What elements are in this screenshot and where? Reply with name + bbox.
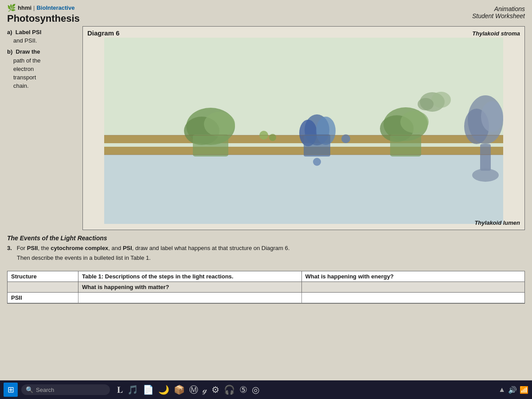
taskbar-right-icon-1: ▲ xyxy=(498,386,505,394)
events-title: The Events of the Light Reactions xyxy=(7,235,525,242)
diagram-svg xyxy=(83,38,524,224)
brand-name: BioInteractive xyxy=(36,4,74,11)
table-title: Table 1: Descriptions of the steps in th… xyxy=(78,271,302,282)
table-col3-header: What is happening with energy? xyxy=(302,271,525,282)
instruction-number: 3. xyxy=(7,245,12,251)
question-b-line5: chain. xyxy=(13,82,29,89)
table-title-row: Structure Table 1: Descriptions of the s… xyxy=(8,271,524,282)
start-button[interactable]: ⊞ xyxy=(4,383,18,397)
left-sidebar: a) Label PSI and PSII. b) Draw the path … xyxy=(7,26,78,230)
table-container: Structure Table 1: Descriptions of the s… xyxy=(7,271,525,304)
taskbar-app-icon-6[interactable]: Ⓜ xyxy=(189,384,198,396)
diagram-stroma-label: Thylakoid stroma xyxy=(472,30,520,37)
search-icon: 🔍 xyxy=(26,386,33,393)
table-row-psii: PSII xyxy=(8,293,524,303)
svg-point-14 xyxy=(341,134,350,143)
instruction-sub: Then describe the events in a bulleted l… xyxy=(17,254,525,262)
svg-rect-25 xyxy=(480,144,491,171)
taskbar-app-icon-5[interactable]: 📦 xyxy=(174,384,185,395)
instruction-3: 3. For PSII, the cytochrome complex, and… xyxy=(7,244,525,252)
taskbar-icons: 𝐋 🎵 📄 🌙 📦 Ⓜ ℊ ⚙ 🎧 ⑤ ◎ xyxy=(117,384,259,396)
svg-point-6 xyxy=(204,112,235,137)
question-a-label: a) Label PSI xyxy=(7,29,41,35)
page-container: 🌿 hhmi | BioInteractive Photosynthesis A… xyxy=(0,0,532,386)
taskbar-app-icon-2[interactable]: 🎵 xyxy=(127,384,138,395)
table-energy-header xyxy=(302,282,525,292)
table-psii-matter xyxy=(78,293,302,303)
header-left: 🌿 hhmi | BioInteractive Photosynthesis xyxy=(7,4,80,24)
search-label: Search xyxy=(36,387,54,393)
table-header-row: What is happening with matter? xyxy=(8,282,524,293)
page-title: Photosynthesis xyxy=(7,13,80,24)
taskbar: ⊞ 🔍 Search 𝐋 🎵 📄 🌙 📦 Ⓜ ℊ ⚙ 🎧 ⑤ ◎ ▲ 🔊 📶 xyxy=(0,380,532,399)
table-psii-energy xyxy=(302,293,525,303)
type-label: Animations xyxy=(472,5,525,12)
svg-point-26 xyxy=(472,168,499,182)
hhmi-brand: 🌿 hhmi | BioInteractive xyxy=(7,4,80,12)
events-section: The Events of the Light Reactions 3. For… xyxy=(0,230,532,268)
taskbar-app-icon-3[interactable]: 📄 xyxy=(143,384,154,395)
header-right: Animations Student Worksheet xyxy=(472,4,525,20)
subtitle: Student Worksheet xyxy=(472,12,525,20)
taskbar-right-icon-2: 🔊 xyxy=(508,386,517,394)
header: 🌿 hhmi | BioInteractive Photosynthesis A… xyxy=(0,0,532,26)
table-matter-header: What is happening with matter? xyxy=(78,282,302,292)
svg-point-13 xyxy=(269,134,276,141)
svg-rect-18 xyxy=(390,134,421,156)
taskbar-app-icon-9[interactable]: 🎧 xyxy=(224,384,235,395)
taskbar-app-icon-10[interactable]: ⑤ xyxy=(239,384,247,395)
hhmi-leaf-icon: 🌿 xyxy=(7,4,16,12)
question-b: b) Draw the path of the electron transpo… xyxy=(7,47,78,90)
question-a: a) Label PSI and PSII. xyxy=(7,28,78,45)
taskbar-app-icon-1[interactable]: 𝐋 xyxy=(117,385,123,395)
svg-point-29 xyxy=(313,158,321,166)
taskbar-right-icon-3: 📶 xyxy=(520,386,528,394)
main-layout: a) Label PSI and PSII. b) Draw the path … xyxy=(0,26,532,230)
taskbar-app-icon-11[interactable]: ◎ xyxy=(252,384,259,395)
diagram-container: Diagram 6 Thylakoid stroma xyxy=(82,26,525,230)
svg-point-20 xyxy=(431,92,451,108)
svg-rect-11 xyxy=(304,134,330,156)
svg-point-21 xyxy=(418,98,434,110)
question-a-text: and PSII. xyxy=(13,37,37,44)
svg-point-24 xyxy=(481,101,503,132)
diagram-title: Diagram 6 xyxy=(83,27,524,38)
table-structure-header xyxy=(8,282,78,292)
taskbar-app-icon-4[interactable]: 🌙 xyxy=(158,384,169,395)
table-col1-header: Structure xyxy=(8,271,78,282)
brand-prefix: hhmi xyxy=(18,4,31,11)
windows-icon: ⊞ xyxy=(8,385,14,395)
svg-rect-1 xyxy=(104,153,503,224)
taskbar-app-icon-8[interactable]: ⚙ xyxy=(211,384,219,395)
taskbar-right: ▲ 🔊 📶 xyxy=(498,386,528,394)
svg-rect-7 xyxy=(193,134,228,156)
taskbar-search-area[interactable]: 🔍 Search xyxy=(21,384,110,395)
question-b-label: b) Draw the xyxy=(7,48,40,55)
diagram-lumen-label: Thylakoid lumen xyxy=(474,219,520,226)
svg-point-17 xyxy=(400,111,429,133)
taskbar-app-icon-7[interactable]: ℊ xyxy=(203,385,207,395)
question-b-line4: transport xyxy=(13,74,36,81)
table-psii-structure: PSII xyxy=(8,293,78,303)
question-b-line2: path of the xyxy=(13,57,40,64)
question-b-line3: electron xyxy=(13,66,34,72)
